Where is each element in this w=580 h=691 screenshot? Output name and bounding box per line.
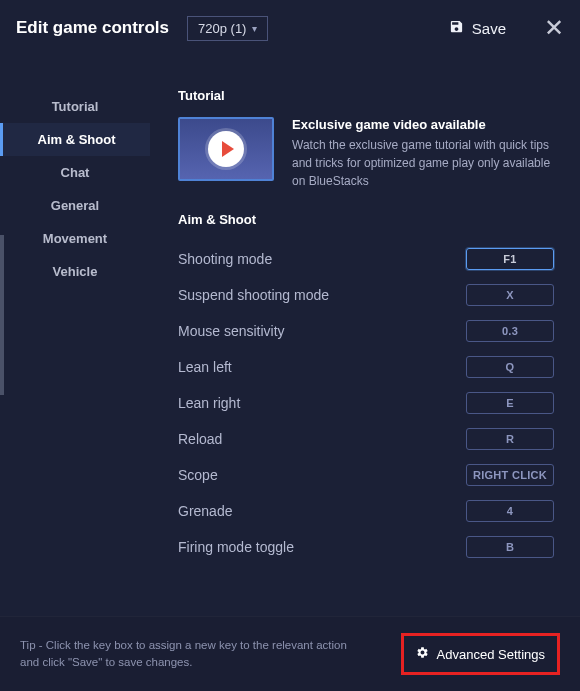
- save-label: Save: [472, 20, 506, 37]
- page-title: Edit game controls: [16, 18, 169, 38]
- setting-row: Shooting modeF1: [178, 241, 554, 277]
- tutorial-desc: Watch the exclusive game tutorial with q…: [292, 136, 554, 190]
- header: Edit game controls 720p (1) ▾ Save ✕: [0, 0, 580, 56]
- close-icon: ✕: [544, 14, 564, 41]
- video-thumbnail[interactable]: [178, 117, 274, 181]
- setting-label: Grenade: [178, 503, 466, 519]
- setting-row: Lean leftQ: [178, 349, 554, 385]
- key-box[interactable]: E: [466, 392, 554, 414]
- setting-label: Firing mode toggle: [178, 539, 466, 555]
- key-box[interactable]: 0.3: [466, 320, 554, 342]
- key-box[interactable]: F1: [466, 248, 554, 270]
- setting-row: Suspend shooting modeX: [178, 277, 554, 313]
- setting-label: Reload: [178, 431, 466, 447]
- sidebar-item-tutorial[interactable]: Tutorial: [0, 90, 150, 123]
- section-heading-aim-shoot: Aim & Shoot: [178, 212, 554, 227]
- advanced-settings-button[interactable]: Advanced Settings: [401, 633, 560, 675]
- section-heading-tutorial: Tutorial: [178, 88, 554, 103]
- setting-row: Firing mode toggleB: [178, 529, 554, 565]
- save-button[interactable]: Save: [449, 19, 506, 37]
- key-box[interactable]: B: [466, 536, 554, 558]
- play-icon: [208, 131, 244, 167]
- setting-row: Lean rightE: [178, 385, 554, 421]
- sidebar-item-vehicle[interactable]: Vehicle: [0, 255, 150, 288]
- setting-label: Lean left: [178, 359, 466, 375]
- tutorial-title: Exclusive game video available: [292, 117, 554, 132]
- sidebar-item-aim-shoot[interactable]: Aim & Shoot: [0, 123, 150, 156]
- sidebar-item-general[interactable]: General: [0, 189, 150, 222]
- gear-icon: [416, 646, 429, 662]
- content: Tutorial Exclusive game video available …: [150, 56, 580, 616]
- key-box[interactable]: Q: [466, 356, 554, 378]
- key-box[interactable]: RIGHT CLICK: [466, 464, 554, 486]
- decorative-edge: [0, 235, 4, 395]
- tutorial-box: Exclusive game video available Watch the…: [178, 117, 554, 190]
- setting-label: Suspend shooting mode: [178, 287, 466, 303]
- sidebar-item-movement[interactable]: Movement: [0, 222, 150, 255]
- footer-tip: Tip - Click the key box to assign a new …: [20, 637, 350, 672]
- key-box[interactable]: R: [466, 428, 554, 450]
- advanced-settings-label: Advanced Settings: [437, 647, 545, 662]
- footer: Tip - Click the key box to assign a new …: [0, 616, 580, 691]
- dropdown-label: 720p (1): [198, 21, 246, 36]
- key-box[interactable]: 4: [466, 500, 554, 522]
- resolution-dropdown[interactable]: 720p (1) ▾: [187, 16, 268, 41]
- setting-row: ReloadR: [178, 421, 554, 457]
- sidebar: Tutorial Aim & Shoot Chat General Moveme…: [0, 56, 150, 616]
- setting-label: Scope: [178, 467, 466, 483]
- save-icon: [449, 19, 464, 37]
- setting-row: ScopeRIGHT CLICK: [178, 457, 554, 493]
- body: Tutorial Aim & Shoot Chat General Moveme…: [0, 56, 580, 616]
- chevron-down-icon: ▾: [252, 23, 257, 34]
- setting-label: Lean right: [178, 395, 466, 411]
- setting-row: Grenade4: [178, 493, 554, 529]
- setting-row: Mouse sensitivity0.3: [178, 313, 554, 349]
- sidebar-item-chat[interactable]: Chat: [0, 156, 150, 189]
- setting-label: Shooting mode: [178, 251, 466, 267]
- setting-label: Mouse sensitivity: [178, 323, 466, 339]
- tutorial-text: Exclusive game video available Watch the…: [292, 117, 554, 190]
- key-box[interactable]: X: [466, 284, 554, 306]
- close-button[interactable]: ✕: [544, 16, 564, 40]
